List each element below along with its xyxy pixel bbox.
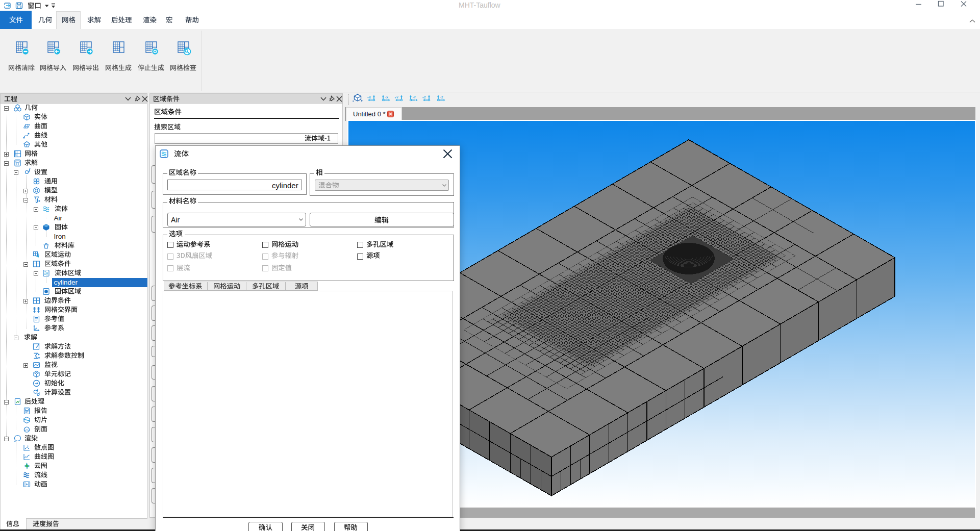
svg-text:-X: -X xyxy=(385,96,388,99)
svg-text:-Y: -Y xyxy=(413,96,416,99)
svg-text:+X: +X xyxy=(367,96,371,99)
svg-text:+Y: +Y xyxy=(395,96,399,99)
svg-text:+Z: +Z xyxy=(422,96,426,99)
svg-text:-Z: -Z xyxy=(440,96,443,99)
